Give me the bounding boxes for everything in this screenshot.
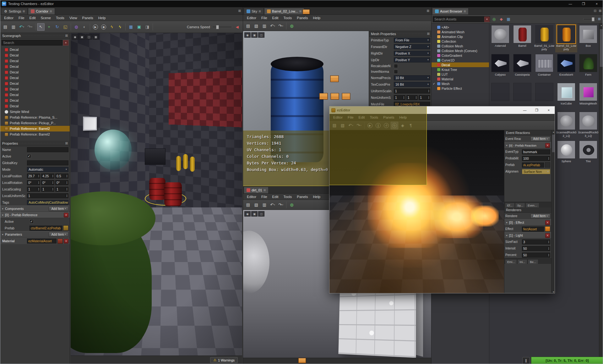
menu-item[interactable]: View (67, 16, 80, 20)
menu-item[interactable]: Scene (38, 16, 53, 20)
tab-effect[interactable]: Ef... (505, 203, 515, 207)
view-layout-icon[interactable]: ◫ (258, 211, 264, 217)
select-icon[interactable]: ↖ (37, 23, 45, 31)
effect-renderer-header[interactable]: ▼ [0] - Effect × (504, 219, 551, 226)
tab-detach-icon[interactable]: ⊠ (50, 10, 52, 13)
menu-item[interactable]: Panels (294, 16, 310, 20)
redo-icon[interactable]: ↷ (277, 22, 285, 30)
rotate-icon[interactable]: ↻ (53, 23, 61, 31)
primitive-type-dropdown[interactable]: From File (394, 38, 430, 43)
scenegraph-search-input[interactable] (2, 40, 62, 46)
slider-knob[interactable] (592, 17, 595, 21)
minimize-button[interactable]: — (564, 0, 577, 7)
asset-type-filter[interactable]: ✓ Collision Mesh (432, 44, 489, 48)
menu-item[interactable]: Panels (80, 16, 96, 20)
snap-pivot-icon[interactable]: ◨ (144, 23, 151, 31)
redo-icon[interactable]: ↷ (277, 201, 285, 209)
transform-status-badge[interactable]: [Un: 0, Tr: 5, Th: 0, Err: 0] (531, 357, 603, 364)
audio-mute-icon[interactable]: ◀ (234, 25, 240, 29)
play-icon[interactable]: ▶ (92, 23, 99, 31)
scenegraph-item[interactable]: Decal (0, 47, 70, 52)
speed-icon[interactable]: ϟ (116, 23, 124, 31)
texcoord-precision-dropdown[interactable]: 16 Bit (394, 82, 430, 87)
asset-thumbnail-cell[interactable]: ScannedRock02_LQ (555, 110, 577, 139)
nonuniform-z-spinner[interactable]: 1 (419, 95, 430, 100)
play-icon[interactable]: ▶ (366, 122, 374, 129)
effect-asset-reference[interactable]: fectAsset (522, 227, 544, 232)
tags-dropdown[interactable]: AutoColMesh|CastShadow (27, 200, 68, 205)
collapse-icon[interactable]: ▼ (2, 208, 4, 210)
remove-parameter-button[interactable]: × (64, 239, 68, 244)
scenegraph-item[interactable]: Prefab Reference: Pickup_P... (0, 120, 70, 126)
toolbar-button[interactable] (286, 23, 286, 29)
view-options-icon[interactable]: ▦ (505, 16, 512, 22)
asset-thumbnail-cell[interactable]: Container (533, 52, 555, 81)
undo-icon[interactable]: ↶ (269, 201, 276, 209)
toolbar-button[interactable] (90, 24, 90, 30)
save-icon[interactable]: ▤ (244, 201, 252, 209)
tab-emitter[interactable]: Emi... (505, 259, 517, 264)
particle-preview-viewport[interactable] (329, 130, 504, 293)
render-mode-icon[interactable]: ▣ (79, 34, 85, 40)
asset-thumbnail-cell[interactable]: Calypso (489, 52, 511, 81)
scenegraph-item[interactable]: Decal (0, 86, 70, 92)
asset-thumbnail-cell[interactable]: ScannedRock03_LQ (577, 110, 599, 139)
normal-precision-dropdown[interactable]: 10 Bit (394, 75, 430, 80)
menu-item[interactable]: Tools (281, 195, 294, 199)
detach-icon[interactable]: ⊠ (65, 142, 68, 145)
detach-icon[interactable]: ⊠ (65, 34, 68, 37)
tab-detach-icon[interactable]: ⊠ (464, 10, 466, 13)
asset-thumbnail-cell[interactable]: Barrel_02_Lowpoly (555, 24, 577, 52)
toolbar-button[interactable] (153, 24, 153, 30)
detach-icon[interactable]: ⊠ (238, 9, 241, 13)
close-button[interactable]: × (590, 0, 603, 7)
view-layout-icon[interactable]: ◫ (86, 34, 92, 40)
asset-browser-tab[interactable]: Asset Browser ⊠ (432, 8, 469, 14)
percentage-spinner[interactable]: 50 (522, 253, 550, 258)
camera-menu-icon[interactable]: ◉ (72, 34, 78, 40)
globalkey-input[interactable] (27, 160, 68, 165)
pivot-icon[interactable]: ◐ (81, 23, 88, 31)
render-grid-icon[interactable]: ▦ (127, 23, 135, 31)
asset-picker-button[interactable] (545, 162, 550, 168)
menu-item[interactable]: Panels (294, 195, 310, 199)
intensity-spinner[interactable]: 50 (522, 246, 550, 251)
detach-icon[interactable]: ⊠ (599, 9, 601, 13)
scenegraph-item[interactable]: Decal (0, 103, 70, 109)
scaling-y-spinner[interactable]: 1 (41, 187, 54, 192)
asset-grid-scrollbar[interactable] (599, 24, 603, 364)
tab-events[interactable]: Even... (525, 203, 539, 207)
toolbar-button[interactable] (364, 122, 365, 129)
menu-item[interactable]: Edit (270, 16, 281, 20)
render-mode-icon[interactable]: ▣ (251, 211, 258, 217)
grid-toggle-icon[interactable]: ▦ (93, 34, 99, 40)
menu-item[interactable]: Tools (281, 16, 294, 20)
save-icon[interactable]: ▤ (331, 122, 338, 129)
save-icon[interactable]: ▤ (2, 23, 9, 31)
position-z-spinner[interactable]: 0.5 (55, 174, 68, 179)
scenegraph-item[interactable]: Decal (0, 92, 70, 98)
menu-item[interactable]: Tools (367, 115, 381, 119)
minimize-button[interactable]: — (519, 106, 531, 114)
transform-all-icon[interactable]: ◎ (491, 16, 497, 22)
reaction-prefab-reference[interactable]: rk.ezPrefab (522, 163, 544, 168)
nonuniform-x-spinner[interactable]: 1 (394, 95, 405, 100)
open-icon[interactable]: ▧ (253, 22, 260, 30)
nonuniform-y-spinner[interactable]: 1 (406, 95, 418, 100)
tab-detach-icon[interactable]: ⊠ (263, 189, 266, 192)
scenegraph-item[interactable]: Decal (0, 64, 70, 69)
scenegraph-item[interactable]: Decal (0, 58, 70, 64)
component-header[interactable]: ▼ [0] - Prefab Reference × (0, 212, 70, 218)
rotation-z-spinner[interactable]: 0° (55, 180, 68, 185)
visualizer-icon[interactable]: ¶ (407, 122, 415, 129)
grid-icon[interactable]: ◈ (399, 122, 406, 129)
menu-item[interactable]: File (345, 115, 356, 119)
slider-knob[interactable] (216, 25, 219, 29)
scenegraph-item[interactable]: Decal (0, 98, 70, 103)
collapse-icon[interactable]: ▼ (2, 214, 4, 216)
render-mode-icon[interactable]: ▣ (251, 32, 258, 38)
asset-thumbnail-cell[interactable]: Fern (577, 52, 599, 81)
asset-type-filter[interactable]: ✓ Curve1D (432, 58, 489, 62)
menu-item[interactable]: File (16, 16, 27, 20)
background-tasks-button[interactable]: ∥ (522, 357, 530, 364)
